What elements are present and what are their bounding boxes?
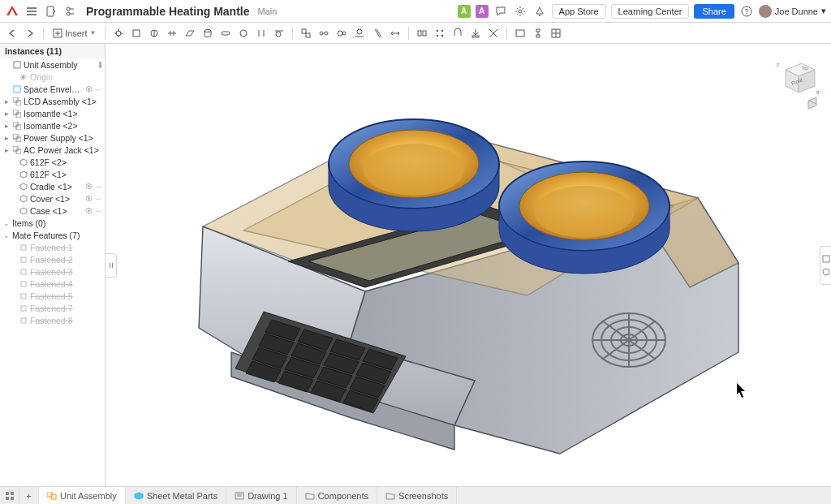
screw-relation-icon[interactable]	[370, 26, 385, 41]
tree-item[interactable]: ▸Cradle <1>⦿ ↔	[0, 180, 105, 192]
display-states-icon[interactable]	[549, 26, 563, 41]
tree-item[interactable]: ▸Power Supply <1>	[0, 131, 105, 144]
document-branch[interactable]: Main	[258, 6, 278, 16]
mate-feature-item[interactable]: ▸Fastened 4	[0, 278, 105, 290]
document-title[interactable]: Programmable Heating Mantle	[86, 5, 250, 18]
document-tab[interactable]: Drawing 1	[226, 487, 297, 504]
tree-item[interactable]: ▸612F <1>	[0, 168, 105, 180]
rack-pinion-icon[interactable]	[352, 26, 367, 41]
document-tab[interactable]: Screenshots	[377, 487, 457, 504]
fastened-mate-icon[interactable]	[129, 26, 144, 41]
mate-feature-item[interactable]: ▸Fastened 7	[0, 302, 105, 314]
tab-label: Sheet Metal Parts	[147, 491, 217, 501]
insert-button[interactable]: Insert ▼	[50, 27, 99, 40]
expand-icon[interactable]: ⌄	[3, 231, 10, 239]
hamburger-icon[interactable]	[24, 4, 39, 19]
mate-feature-item[interactable]: ▸Fastened 3	[0, 265, 105, 278]
expand-icon[interactable]: ▸	[3, 97, 10, 106]
tree-item[interactable]: ▸Space Envelo...⦿ ↔	[0, 83, 105, 95]
document-tab[interactable]: Sheet Metal Parts	[126, 487, 226, 504]
expand-right-panel-button[interactable]	[820, 246, 831, 285]
instances-header[interactable]: Instances (11)	[0, 44, 105, 58]
mate-connector-icon[interactable]	[111, 26, 126, 41]
undo-icon[interactable]	[5, 26, 19, 41]
ball-mate-icon[interactable]	[236, 26, 251, 41]
expand-icon[interactable]: ⌄	[3, 219, 10, 227]
avatar-icon	[759, 5, 772, 18]
pattern-icon[interactable]	[433, 26, 447, 41]
expand-icon[interactable]: ▸	[3, 134, 10, 142]
config-panel-icon	[822, 255, 830, 263]
tree-item-label: 612F <2>	[30, 157, 105, 167]
gear-relation-icon[interactable]	[334, 26, 349, 41]
learning-center-button[interactable]: Learning Center	[611, 4, 690, 19]
tree-item-label: Cover <1>	[30, 194, 83, 204]
comments-icon[interactable]	[493, 4, 508, 19]
svg-point-65	[823, 269, 829, 275]
tree-item[interactable]: ▸AC Power Jack <1>	[0, 144, 105, 156]
app-logo-icon[interactable]	[5, 4, 19, 19]
relation-icon[interactable]	[316, 26, 331, 41]
mate-indicator-icon: ⦿ ↔	[85, 195, 102, 203]
exploded-view-icon[interactable]	[531, 26, 545, 41]
tab-label: Screenshots	[398, 491, 448, 501]
named-views-icon[interactable]	[513, 26, 527, 41]
pin-slot-mate-icon[interactable]	[218, 26, 233, 41]
expand-icon[interactable]: ▸	[3, 122, 10, 130]
svg-rect-69	[11, 492, 14, 495]
show-mates-icon[interactable]	[486, 26, 501, 41]
document-tab[interactable]: Components	[297, 487, 377, 504]
tree-item[interactable]: ▸Isomantle <2>	[0, 119, 105, 131]
tree-item[interactable]: ▸LCD Assembly <1>	[0, 95, 105, 107]
items-header[interactable]: ⌄ Items (0)	[0, 217, 105, 229]
share-button[interactable]: Share	[694, 4, 734, 19]
replicate-icon[interactable]	[415, 26, 429, 41]
mate-feature-item[interactable]: ▸Fastened 5	[0, 290, 105, 302]
linear-relation-icon[interactable]	[388, 26, 403, 41]
tree-origin[interactable]: ▸ ✳ Origin	[0, 71, 105, 83]
fastened-mate-icon	[19, 291, 28, 300]
tangent-mate-icon[interactable]	[272, 26, 286, 41]
versions-icon[interactable]	[63, 4, 78, 19]
parallel-mate-icon[interactable]	[254, 26, 269, 41]
app-store-button[interactable]: App Store	[552, 4, 606, 19]
view-cube[interactable]: Front Top z x	[776, 54, 820, 110]
mate-feature-item[interactable]: ▸Fastened 2	[0, 253, 105, 265]
presence-badge[interactable]: A	[458, 5, 471, 18]
add-tab-button[interactable]: +	[19, 487, 39, 504]
redo-icon[interactable]	[23, 26, 37, 41]
download-icon[interactable]: ⬇	[96, 60, 105, 69]
cylindrical-mate-icon[interactable]	[200, 26, 215, 41]
expand-left-panel-button[interactable]	[105, 253, 117, 278]
user-menu[interactable]: Joe Dunne ▾	[759, 5, 826, 18]
tree-item[interactable]: ▸Case <1>⦿ ↔	[0, 205, 105, 217]
revolute-mate-icon[interactable]	[147, 26, 161, 41]
panel-handle-icon	[107, 261, 115, 269]
svg-rect-38	[16, 101, 21, 106]
expand-icon[interactable]: ▸	[3, 110, 10, 118]
document-tab[interactable]: Unit Assembly	[39, 487, 126, 504]
planar-mate-icon[interactable]	[183, 26, 197, 41]
graphics-viewport[interactable]: Front Top z x	[105, 44, 831, 486]
tree-item[interactable]: ▸Isomantle <1>	[0, 107, 105, 119]
svg-rect-31	[516, 30, 524, 37]
mate-feature-item[interactable]: ▸Fastened 8	[0, 314, 105, 326]
slider-mate-icon[interactable]	[165, 26, 179, 41]
mate-features-header[interactable]: ⌄ Mate Features (7)	[0, 229, 105, 241]
mate-feature-item[interactable]: ▸Fastened 1	[0, 241, 105, 253]
tree-root[interactable]: ▸ Unit Assembly ⬇	[0, 58, 105, 71]
svg-point-28	[437, 34, 438, 36]
svg-point-15	[240, 30, 247, 37]
tree-item[interactable]: ▸612F <2>	[0, 156, 105, 168]
snap-mode-icon[interactable]	[450, 26, 465, 41]
expand-icon[interactable]: ▸	[3, 146, 10, 154]
group-icon[interactable]	[299, 26, 313, 41]
settings-gear-icon[interactable]	[513, 4, 527, 19]
tab-manager-icon[interactable]	[0, 487, 19, 504]
standard-content-icon[interactable]	[468, 26, 483, 41]
document-menu-icon[interactable]	[44, 4, 58, 19]
notifications-icon[interactable]	[532, 4, 547, 19]
help-icon[interactable]: ?	[739, 4, 754, 19]
tree-item[interactable]: ▸Cover <1>⦿ ↔	[0, 192, 105, 205]
presence-badge[interactable]: A	[476, 5, 489, 18]
